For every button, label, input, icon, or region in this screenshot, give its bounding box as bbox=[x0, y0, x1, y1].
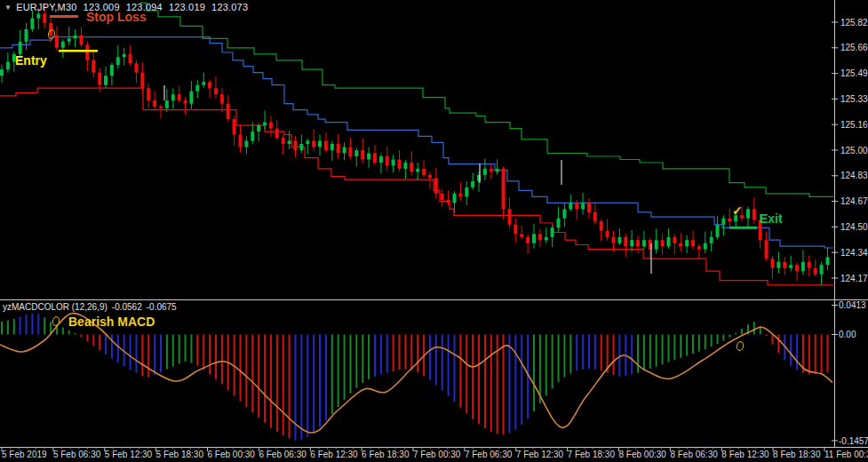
time-axis-label: 6 Feb 06:30 bbox=[259, 450, 307, 459]
candle-body bbox=[257, 125, 260, 131]
candle-body bbox=[275, 129, 279, 139]
time-axis-label: 5 Feb 06:30 bbox=[53, 450, 101, 459]
candle-body bbox=[771, 259, 775, 268]
candle-body bbox=[68, 38, 71, 42]
candle-body bbox=[441, 194, 444, 200]
time-axis-label: 8 Feb 12:30 bbox=[721, 450, 769, 459]
price-axis-label: 124.835 bbox=[840, 171, 868, 180]
candle-body bbox=[471, 181, 474, 187]
bearish-macd-label[interactable]: Bearish MACD bbox=[68, 315, 155, 329]
macd-panel-area[interactable] bbox=[0, 314, 832, 441]
candle-body bbox=[0, 69, 4, 76]
chevron-down-icon[interactable]: ▼ bbox=[4, 4, 12, 12]
candle-body bbox=[294, 141, 298, 151]
candle-body bbox=[538, 234, 542, 240]
lower-band-line bbox=[0, 88, 833, 285]
indicator-name: yzMACDCOLOR (12,26,9) bbox=[3, 302, 108, 312]
candle-body bbox=[251, 131, 254, 141]
candle-body bbox=[202, 82, 205, 85]
candle-body bbox=[6, 62, 10, 70]
candle-body bbox=[728, 219, 731, 222]
candle-body bbox=[630, 240, 633, 246]
candle-body bbox=[263, 123, 267, 126]
candle-body bbox=[140, 73, 144, 89]
candle-body bbox=[783, 262, 786, 268]
candle-body bbox=[416, 169, 419, 172]
candle-body bbox=[826, 257, 830, 265]
candle-body bbox=[282, 138, 285, 144]
exit-label[interactable]: Exit bbox=[760, 211, 783, 226]
macd-axis-label: 0.00 bbox=[839, 330, 856, 339]
main-chart-area[interactable] bbox=[0, 3, 833, 285]
candle-body bbox=[165, 100, 169, 108]
candle-body bbox=[337, 144, 340, 154]
time-axis-label: 5 Feb 2019 bbox=[2, 450, 47, 459]
candle-body bbox=[135, 63, 139, 73]
candle-body bbox=[227, 104, 230, 120]
candle-body bbox=[624, 237, 627, 247]
candle-body bbox=[490, 169, 493, 172]
candle-body bbox=[398, 160, 402, 170]
candle-body bbox=[306, 141, 309, 145]
candle-body bbox=[354, 150, 358, 156]
time-axis-label: 8 Feb 00:30 bbox=[619, 450, 667, 459]
candle-body bbox=[373, 154, 377, 163]
macd-axis-label: -0.1457 bbox=[839, 436, 868, 446]
indicator-value-macd: -0.0562 bbox=[112, 302, 142, 312]
candle-body bbox=[348, 147, 352, 157]
candle-body bbox=[704, 243, 707, 250]
candle-body bbox=[514, 225, 517, 234]
candle-body bbox=[820, 265, 824, 275]
candle-body bbox=[220, 94, 224, 104]
candle-body bbox=[239, 135, 243, 147]
candle-body bbox=[312, 141, 315, 147]
candle-body bbox=[808, 262, 811, 268]
chart-canvas[interactable]: 125.825125.660125.495125.330125.165125.0… bbox=[0, 0, 868, 462]
candle-body bbox=[569, 203, 572, 209]
ohlc-close: 123.073 bbox=[211, 2, 248, 12]
candle-body bbox=[318, 141, 322, 147]
candle-body bbox=[520, 234, 523, 237]
candle-body bbox=[673, 237, 676, 243]
candle-body bbox=[458, 194, 462, 197]
candle-body bbox=[269, 123, 273, 129]
candle-body bbox=[753, 209, 756, 219]
candle-body bbox=[361, 150, 364, 160]
time-axis-label: 6 Feb 00:30 bbox=[208, 450, 256, 459]
candle-body bbox=[465, 187, 468, 197]
candle-body bbox=[795, 265, 799, 271]
candle-body bbox=[661, 240, 665, 246]
indicator-label: yzMACDCOLOR (12,26,9)-0.0562-0.0675 bbox=[3, 302, 181, 312]
candle-body bbox=[789, 265, 792, 268]
candle-body bbox=[403, 163, 407, 169]
candle-body bbox=[483, 169, 487, 175]
candle-body bbox=[617, 237, 621, 243]
entry-label[interactable]: Entry bbox=[15, 53, 47, 68]
price-axis-label: 124.670 bbox=[840, 196, 868, 206]
time-axis-label: 7 Feb 06:30 bbox=[465, 450, 513, 459]
candle-body bbox=[25, 29, 28, 42]
candle-body bbox=[655, 240, 658, 250]
stoploss-line-swatch bbox=[50, 15, 78, 18]
time-axis-label: 8 Feb 06:30 bbox=[670, 450, 718, 459]
candle-body bbox=[721, 219, 725, 225]
candle-body bbox=[379, 156, 383, 163]
stoploss-legend[interactable]: Stop Loss bbox=[50, 10, 147, 24]
candle-body bbox=[581, 203, 585, 209]
candle-body bbox=[575, 203, 578, 209]
candle-body bbox=[434, 178, 438, 194]
candle-body bbox=[30, 19, 34, 29]
candle-body bbox=[776, 262, 780, 268]
axes: 125.825125.660125.495125.330125.165125.0… bbox=[0, 0, 868, 459]
time-axis-label: 6 Feb 18:30 bbox=[362, 450, 410, 459]
time-axis-label: 8 Feb 18:30 bbox=[773, 450, 821, 459]
candle-body bbox=[214, 88, 218, 94]
candle-body bbox=[159, 107, 163, 108]
price-axis-label: 124.505 bbox=[840, 222, 868, 232]
time-axis-label: 11 Feb 00:30 bbox=[824, 450, 868, 459]
candle-body bbox=[386, 156, 389, 166]
candle-body bbox=[208, 82, 211, 88]
candle-body bbox=[612, 237, 616, 243]
price-axis-label: 125.165 bbox=[840, 120, 868, 130]
upper-band-line bbox=[140, 3, 833, 196]
